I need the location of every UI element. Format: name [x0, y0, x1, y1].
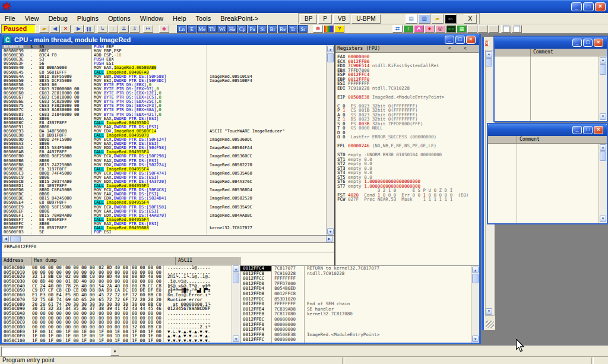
disasm-row[interactable]: 00508E83.C683 21040000 00MOV BYTE PTR DS… [2, 113, 327, 117]
comment-a-col-blank[interactable] [495, 49, 531, 56]
comment-b-body[interactable]: ▲ ▼ [488, 144, 607, 223]
scroll-down-icon[interactable]: ▼ [486, 308, 492, 315]
disassembly-pane[interactable]: 00508E38$55PUSH EBP00508E39.8BECMOV EBP,… [2, 45, 334, 236]
registers-pane[interactable]: Registers (FPU) < < EAX 00000000ECX 0012… [334, 45, 479, 265]
menu-item-window[interactable]: Window [135, 14, 168, 23]
stack-pane[interactable]: 0012FFC47C817077RETURN to kernel32.7C817… [240, 265, 479, 343]
panel-button-br[interactable]: Br [268, 25, 277, 33]
panel-button-me[interactable]: Me [197, 25, 207, 33]
menu-item-breakpoint[interactable]: BreakPoint-> [216, 14, 263, 23]
menu-item-view[interactable]: View [20, 14, 44, 23]
dump-col-ascii[interactable]: ASCII [176, 257, 240, 265]
comment-a-minimize-button[interactable]: _ [572, 39, 582, 47]
chevron-down-icon[interactable]: ▼ [110, 347, 119, 356]
panel-button-st[interactable]: St [258, 25, 267, 33]
comment-a-vscrollbar[interactable]: ▲ ▼ [598, 56, 607, 121]
plugin-button-bp[interactable]: BP [300, 14, 317, 24]
panel-button-pa[interactable]: Pa [248, 25, 257, 33]
panel-button-sr[interactable]: Sr [298, 25, 308, 33]
scroll-thumb[interactable] [327, 53, 334, 62]
resize-grip[interactable] [486, 321, 494, 328]
breakpoint-dot-icon[interactable]: ● [425, 25, 435, 33]
spiral-icon[interactable]: ◎ [435, 25, 445, 33]
open-file-icon[interactable]: ▰ [39, 25, 49, 33]
comment-b-vscrollbar[interactable]: ▲ ▼ [598, 144, 607, 223]
registers-arrow-button-1[interactable]: < [448, 45, 464, 52]
menu-item-help[interactable]: Help [168, 14, 191, 23]
empty-slot[interactable] [478, 25, 488, 33]
scroll-left-icon[interactable]: ◀ [2, 236, 9, 242]
dump-col-address[interactable]: Address [2, 257, 31, 265]
run-icon[interactable]: ▶ [74, 25, 84, 33]
assemble-icon[interactable]: A [414, 25, 424, 33]
menu-item-tools[interactable]: Tools [191, 14, 216, 23]
disasm-row[interactable]: 00508EC3.8B0D 74F45000MOV ECX,DWORD PTR … [2, 172, 327, 176]
scroll-down-icon[interactable]: ▼ [600, 113, 606, 120]
scroll-right-icon[interactable]: ▶ [326, 236, 332, 242]
cpu-close-button[interactable]: × [466, 36, 476, 44]
restore-button[interactable]: □ [583, 2, 594, 11]
plugin-button-ubpm[interactable]: U-BPM [352, 14, 380, 24]
stack-row[interactable]: 0012FFFC00000000 [240, 337, 479, 343]
comment-a-close-button[interactable]: × [594, 39, 603, 47]
comment-a-body[interactable]: ▲ ▼ [495, 56, 607, 121]
cpu-maximize-button[interactable]: □ [455, 36, 465, 44]
step-into-icon[interactable]: ↳ [97, 25, 107, 33]
empty-slot[interactable] [467, 25, 477, 33]
register-line[interactable]: O 0 LastErr ERROR_SUCCESS (00000000) [337, 135, 479, 140]
console-icon[interactable]: C:\ [445, 14, 457, 24]
comment-b-col-blank[interactable] [488, 136, 517, 143]
comment-b-maximize-button[interactable]: □ [583, 126, 593, 134]
comment-b-close-button[interactable]: × [594, 126, 603, 134]
disasm-row[interactable]: 00508E8C.E8 4397F8FFCALL ImageRed.004955… [2, 121, 327, 125]
dump-pane[interactable]: Address Hex dump ASCII 0050C00000 00 00 … [2, 257, 240, 343]
scroll-up-icon[interactable]: ▲ [600, 57, 606, 64]
comment-b-minimize-button[interactable]: _ [572, 126, 582, 134]
dump-col-hex[interactable]: Hex dump [31, 257, 176, 265]
stack-vscrollbar[interactable]: ▲ ▼ [471, 266, 479, 343]
scroll-up-icon[interactable]: ▲ [327, 46, 334, 52]
updown-icon[interactable]: ↕ [403, 25, 413, 33]
go-to-icon[interactable]: ◆ [159, 25, 169, 33]
plugin-close-button[interactable]: X [464, 14, 477, 24]
disasm-row[interactable]: 00508E3B.83C4 F0ADD ESP,-10 [2, 53, 327, 58]
sliver-close-button[interactable]: × [484, 40, 489, 47]
menu-item-file[interactable]: File [0, 14, 20, 23]
scroll-up-icon[interactable]: ▲ [486, 51, 492, 58]
command-combobox[interactable]: ▼ [1, 347, 120, 356]
disasm-row[interactable]: 00508E3E.53PUSH EBX [2, 58, 327, 62]
comment-b-col-comment[interactable]: Comment [517, 136, 540, 143]
registers-arrow-button-2[interactable]: < [464, 45, 479, 52]
options-gear-icon[interactable]: ☸ [313, 25, 323, 33]
notepad-icon[interactable]: ▤ [406, 14, 417, 24]
panel-button-ha[interactable]: Ha [227, 25, 237, 33]
scroll-down-icon[interactable]: ▼ [233, 335, 239, 342]
disasm-row[interactable]: 00508ED6.8B0D C8F45000MOV ECX,DWORD PTR … [2, 188, 327, 192]
scroll-down-icon[interactable]: ▼ [472, 335, 479, 342]
disasm-row[interactable]: 00508EFE.E8 8597F8FFCALL ImageRed.004956… [2, 226, 327, 230]
disasm-row[interactable]: 00508E9D.8B0D 24F15000MOV ECX,DWORD PTR … [2, 138, 327, 142]
scroll-thumb[interactable] [600, 151, 606, 161]
scroll-thumb[interactable] [233, 273, 239, 283]
comment-a-col-comment[interactable]: Comment [531, 49, 553, 56]
scroll-down-icon[interactable]: ▼ [600, 216, 606, 222]
scroll-thumb[interactable] [10, 236, 21, 242]
disasm-hscrollbar[interactable]: ◀ ▶ [2, 236, 334, 243]
disasm-row[interactable]: 00508EF7.E8 F896F8FFCALL ImageRed.004955… [2, 218, 327, 222]
appearance-icon[interactable] [324, 25, 334, 33]
register-line[interactable]: EFL 00000246 (NO,NB,E,BE,NS,PE,GE,LE) [337, 144, 479, 148]
swap-arrows-icon[interactable]: ⇄ [392, 25, 403, 33]
menu-item-plugins[interactable]: Plugins [72, 14, 103, 23]
panel-button-e[interactable]: E [187, 25, 197, 33]
scroll-thumb[interactable] [472, 274, 479, 283]
scroll-thumb[interactable] [600, 64, 606, 75]
panel-button-ln[interactable]: Ln [177, 25, 186, 33]
animate-over-icon[interactable]: ⇓ [129, 25, 140, 33]
dump-vscrollbar[interactable]: ▲ ▼ [232, 265, 240, 343]
execute-till-return-icon[interactable]: ↦ [143, 25, 153, 33]
scroll-up-icon[interactable]: ▲ [233, 265, 239, 272]
register-line[interactable]: EIP 00508E38 ImageRed.<ModuleEntryPoint> [337, 95, 479, 100]
disasm-row[interactable]: 00508F03.5EPOP ESI [2, 230, 327, 235]
comment-a-maximize-button[interactable]: □ [583, 39, 593, 47]
command-input[interactable] [2, 348, 112, 356]
